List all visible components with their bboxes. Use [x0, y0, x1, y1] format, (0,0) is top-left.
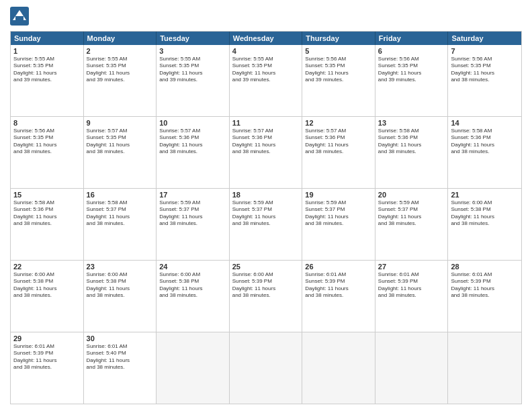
day-number: 23	[87, 263, 154, 271]
calendar-cell: 26Sunrise: 6:01 AM Sunset: 5:39 PM Dayli…	[302, 261, 375, 332]
calendar-cell	[230, 332, 303, 404]
day-number: 20	[378, 191, 445, 199]
calendar-cell: 21Sunrise: 6:00 AM Sunset: 5:38 PM Dayli…	[448, 189, 521, 260]
day-number: 28	[451, 263, 519, 271]
calendar-cell: 5Sunrise: 5:56 AM Sunset: 5:35 PM Daylig…	[302, 45, 375, 116]
cell-text: Sunrise: 5:57 AM Sunset: 5:36 PM Dayligh…	[232, 128, 300, 156]
calendar-cell: 27Sunrise: 6:01 AM Sunset: 5:39 PM Dayli…	[375, 261, 449, 332]
calendar-cell: 9Sunrise: 5:57 AM Sunset: 5:35 PM Daylig…	[84, 117, 157, 188]
cell-text: Sunrise: 6:01 AM Sunset: 5:39 PM Dayligh…	[13, 343, 81, 371]
calendar-cell	[302, 332, 375, 404]
cell-text: Sunrise: 6:01 AM Sunset: 5:40 PM Dayligh…	[87, 343, 154, 371]
day-number: 24	[159, 263, 226, 271]
calendar-header: SundayMondayTuesdayWednesdayThursdayFrid…	[11, 32, 521, 45]
header-day-thursday: Thursday	[302, 32, 375, 45]
svg-rect-2	[15, 16, 24, 21]
calendar-cell: 14Sunrise: 5:58 AM Sunset: 5:36 PM Dayli…	[448, 117, 521, 188]
calendar-cell: 18Sunrise: 5:59 AM Sunset: 5:37 PM Dayli…	[230, 189, 303, 260]
day-number: 9	[87, 119, 154, 127]
calendar-cell: 8Sunrise: 5:56 AM Sunset: 5:35 PM Daylig…	[11, 117, 84, 188]
calendar-row-5: 29Sunrise: 6:01 AM Sunset: 5:39 PM Dayli…	[11, 332, 521, 404]
day-number: 27	[378, 263, 445, 271]
calendar-cell: 4Sunrise: 5:55 AM Sunset: 5:35 PM Daylig…	[230, 45, 303, 116]
day-number: 30	[87, 334, 154, 342]
calendar-cell: 25Sunrise: 6:00 AM Sunset: 5:39 PM Dayli…	[230, 261, 303, 332]
calendar-row-3: 15Sunrise: 5:58 AM Sunset: 5:36 PM Dayli…	[11, 189, 521, 261]
day-number: 21	[451, 191, 519, 199]
calendar-cell	[375, 332, 449, 404]
cell-text: Sunrise: 6:00 AM Sunset: 5:38 PM Dayligh…	[159, 271, 226, 300]
header-day-friday: Friday	[375, 32, 449, 45]
logo	[10, 7, 32, 26]
cell-text: Sunrise: 5:57 AM Sunset: 5:35 PM Dayligh…	[87, 128, 154, 156]
calendar-cell: 29Sunrise: 6:01 AM Sunset: 5:39 PM Dayli…	[11, 332, 84, 404]
cell-text: Sunrise: 6:01 AM Sunset: 5:39 PM Dayligh…	[378, 271, 445, 300]
calendar-cell: 2Sunrise: 5:55 AM Sunset: 5:35 PM Daylig…	[84, 45, 157, 116]
calendar-cell: 23Sunrise: 6:00 AM Sunset: 5:38 PM Dayli…	[84, 261, 157, 332]
calendar-row-1: 1Sunrise: 5:55 AM Sunset: 5:35 PM Daylig…	[11, 45, 521, 117]
cell-text: Sunrise: 5:56 AM Sunset: 5:35 PM Dayligh…	[305, 56, 372, 84]
header-day-sunday: Sunday	[11, 32, 84, 45]
day-number: 5	[305, 47, 372, 55]
calendar-cell: 3Sunrise: 5:55 AM Sunset: 5:35 PM Daylig…	[157, 45, 230, 116]
day-number: 10	[159, 119, 226, 127]
cell-text: Sunrise: 5:55 AM Sunset: 5:35 PM Dayligh…	[87, 56, 154, 84]
calendar-cell	[448, 332, 521, 404]
cell-text: Sunrise: 5:55 AM Sunset: 5:35 PM Dayligh…	[13, 56, 81, 84]
cell-text: Sunrise: 5:55 AM Sunset: 5:35 PM Dayligh…	[159, 56, 226, 84]
day-number: 29	[13, 334, 81, 342]
calendar-cell: 17Sunrise: 5:59 AM Sunset: 5:37 PM Dayli…	[157, 189, 230, 260]
calendar-cell	[157, 332, 230, 404]
cell-text: Sunrise: 5:56 AM Sunset: 5:35 PM Dayligh…	[451, 56, 519, 84]
day-number: 13	[378, 119, 445, 127]
calendar-row-4: 22Sunrise: 6:00 AM Sunset: 5:38 PM Dayli…	[11, 261, 521, 332]
header-day-tuesday: Tuesday	[157, 32, 230, 45]
page-header	[10, 7, 522, 26]
cell-text: Sunrise: 6:01 AM Sunset: 5:39 PM Dayligh…	[305, 271, 372, 300]
calendar-cell: 10Sunrise: 5:57 AM Sunset: 5:36 PM Dayli…	[157, 117, 230, 188]
day-number: 15	[13, 191, 81, 199]
day-number: 4	[232, 47, 300, 55]
day-number: 18	[232, 191, 300, 199]
cell-text: Sunrise: 5:58 AM Sunset: 5:36 PM Dayligh…	[451, 128, 519, 156]
day-number: 1	[13, 47, 81, 55]
cell-text: Sunrise: 5:57 AM Sunset: 5:36 PM Dayligh…	[305, 128, 372, 156]
day-number: 25	[232, 263, 300, 271]
day-number: 16	[87, 191, 154, 199]
day-number: 6	[378, 47, 445, 55]
calendar-cell: 13Sunrise: 5:58 AM Sunset: 5:36 PM Dayli…	[375, 117, 449, 188]
calendar: SundayMondayTuesdayWednesdayThursdayFrid…	[10, 31, 522, 404]
cell-text: Sunrise: 5:59 AM Sunset: 5:37 PM Dayligh…	[378, 199, 445, 228]
calendar-cell: 6Sunrise: 5:56 AM Sunset: 5:35 PM Daylig…	[375, 45, 449, 116]
day-number: 3	[159, 47, 226, 55]
day-number: 17	[159, 191, 226, 199]
day-number: 22	[13, 263, 81, 271]
cell-text: Sunrise: 5:56 AM Sunset: 5:35 PM Dayligh…	[378, 56, 445, 84]
cell-text: Sunrise: 5:56 AM Sunset: 5:35 PM Dayligh…	[13, 128, 81, 156]
cell-text: Sunrise: 5:59 AM Sunset: 5:37 PM Dayligh…	[159, 199, 226, 228]
calendar-cell: 28Sunrise: 6:01 AM Sunset: 5:39 PM Dayli…	[448, 261, 521, 332]
cell-text: Sunrise: 5:58 AM Sunset: 5:36 PM Dayligh…	[13, 199, 81, 228]
cell-text: Sunrise: 5:58 AM Sunset: 5:37 PM Dayligh…	[87, 199, 154, 228]
calendar-page: SundayMondayTuesdayWednesdayThursdayFrid…	[0, 0, 532, 411]
header-day-saturday: Saturday	[448, 32, 521, 45]
calendar-cell: 20Sunrise: 5:59 AM Sunset: 5:37 PM Dayli…	[375, 189, 449, 260]
calendar-cell: 7Sunrise: 5:56 AM Sunset: 5:35 PM Daylig…	[448, 45, 521, 116]
header-day-monday: Monday	[84, 32, 157, 45]
day-number: 8	[13, 119, 81, 127]
calendar-cell: 19Sunrise: 5:59 AM Sunset: 5:37 PM Dayli…	[302, 189, 375, 260]
cell-text: Sunrise: 6:00 AM Sunset: 5:38 PM Dayligh…	[13, 271, 81, 300]
day-number: 26	[305, 263, 372, 271]
day-number: 14	[451, 119, 519, 127]
calendar-body: 1Sunrise: 5:55 AM Sunset: 5:35 PM Daylig…	[11, 45, 521, 404]
calendar-row-2: 8Sunrise: 5:56 AM Sunset: 5:35 PM Daylig…	[11, 117, 521, 189]
calendar-cell: 30Sunrise: 6:01 AM Sunset: 5:40 PM Dayli…	[84, 332, 157, 404]
day-number: 12	[305, 119, 372, 127]
cell-text: Sunrise: 6:00 AM Sunset: 5:38 PM Dayligh…	[451, 199, 519, 228]
cell-text: Sunrise: 5:59 AM Sunset: 5:37 PM Dayligh…	[305, 199, 372, 228]
calendar-cell: 1Sunrise: 5:55 AM Sunset: 5:35 PM Daylig…	[11, 45, 84, 116]
cell-text: Sunrise: 5:55 AM Sunset: 5:35 PM Dayligh…	[232, 56, 300, 84]
cell-text: Sunrise: 5:57 AM Sunset: 5:36 PM Dayligh…	[159, 128, 226, 156]
calendar-cell: 11Sunrise: 5:57 AM Sunset: 5:36 PM Dayli…	[230, 117, 303, 188]
calendar-cell: 16Sunrise: 5:58 AM Sunset: 5:37 PM Dayli…	[84, 189, 157, 260]
